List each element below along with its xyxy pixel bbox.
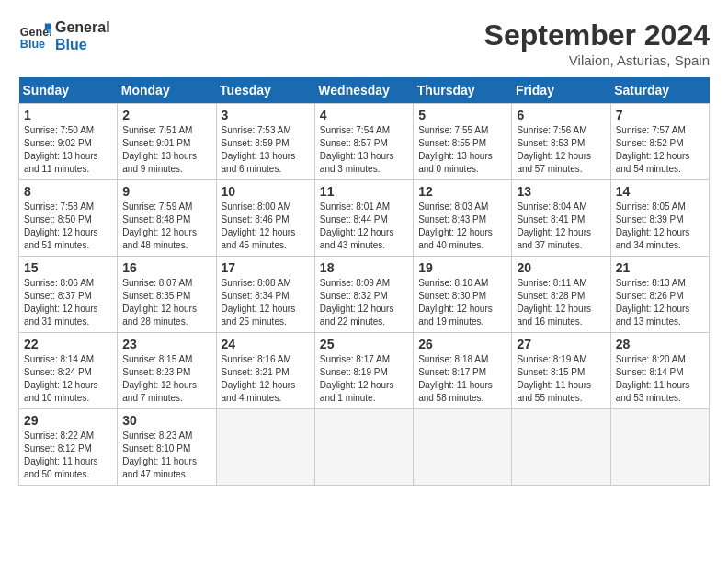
day-info: Sunrise: 8:22 AMSunset: 8:12 PMDaylight:… [24, 430, 112, 481]
col-sunday: Sunday [19, 77, 118, 104]
logo-icon: General Blue [18, 19, 51, 52]
calendar-cell: 4 Sunrise: 7:54 AMSunset: 8:57 PMDayligh… [314, 104, 413, 180]
calendar-table: Sunday Monday Tuesday Wednesday Thursday… [18, 77, 710, 486]
day-info: Sunrise: 8:20 AMSunset: 8:14 PMDaylight:… [616, 353, 704, 405]
logo-blue-text: Blue [55, 36, 110, 53]
calendar-week-3: 15 Sunrise: 8:06 AMSunset: 8:37 PMDaylig… [19, 257, 710, 333]
day-number: 1 [24, 108, 112, 122]
day-number: 30 [122, 413, 210, 428]
day-info: Sunrise: 8:00 AMSunset: 8:46 PMDaylight:… [222, 201, 310, 252]
logo: General Blue General Blue [18, 18, 110, 53]
day-info: Sunrise: 8:05 AMSunset: 8:39 PMDaylight:… [616, 201, 704, 252]
day-info: Sunrise: 7:57 AMSunset: 8:52 PMDaylight:… [616, 124, 704, 176]
day-info: Sunrise: 8:18 AMSunset: 8:17 PMDaylight:… [418, 353, 506, 405]
day-info: Sunrise: 8:15 AMSunset: 8:23 PMDaylight:… [122, 353, 210, 405]
calendar-cell [610, 409, 709, 486]
day-number: 18 [320, 260, 408, 275]
title-section: September 2024 Vilaion, Asturias, Spain [484, 18, 710, 68]
day-info: Sunrise: 7:50 AMSunset: 9:02 PMDaylight:… [24, 124, 112, 176]
day-number: 17 [222, 260, 310, 275]
day-number: 23 [122, 337, 210, 351]
day-number: 3 [222, 108, 310, 122]
day-number: 9 [122, 184, 210, 199]
calendar-cell [512, 409, 610, 486]
day-number: 4 [320, 108, 408, 122]
day-number: 10 [222, 184, 310, 199]
calendar-week-2: 8 Sunrise: 7:58 AMSunset: 8:50 PMDayligh… [19, 180, 710, 257]
calendar-cell: 6 Sunrise: 7:56 AMSunset: 8:53 PMDayligh… [512, 104, 610, 180]
calendar-cell: 19 Sunrise: 8:10 AMSunset: 8:30 PMDaylig… [414, 257, 512, 333]
day-number: 24 [222, 337, 310, 351]
calendar-cell: 29 Sunrise: 8:22 AMSunset: 8:12 PMDaylig… [19, 409, 118, 486]
day-number: 6 [517, 108, 605, 122]
day-info: Sunrise: 7:58 AMSunset: 8:50 PMDaylight:… [24, 201, 112, 252]
page-header: General Blue General Blue September 2024… [18, 18, 710, 68]
day-number: 15 [24, 260, 112, 275]
day-info: Sunrise: 8:06 AMSunset: 8:37 PMDaylight:… [24, 277, 112, 328]
day-number: 28 [616, 337, 704, 351]
calendar-cell: 27 Sunrise: 8:19 AMSunset: 8:15 PMDaylig… [512, 333, 610, 409]
day-number: 11 [320, 184, 408, 199]
calendar-cell [314, 409, 413, 486]
calendar-cell: 2 Sunrise: 7:51 AMSunset: 9:01 PMDayligh… [118, 104, 216, 180]
logo-general-text: General [55, 18, 110, 36]
calendar-week-5: 29 Sunrise: 8:22 AMSunset: 8:12 PMDaylig… [19, 409, 710, 486]
calendar-cell [414, 409, 512, 486]
day-info: Sunrise: 8:16 AMSunset: 8:21 PMDaylight:… [222, 353, 310, 405]
day-info: Sunrise: 8:10 AMSunset: 8:30 PMDaylight:… [418, 277, 506, 328]
day-number: 2 [122, 108, 210, 122]
calendar-cell: 28 Sunrise: 8:20 AMSunset: 8:14 PMDaylig… [610, 333, 709, 409]
day-info: Sunrise: 8:19 AMSunset: 8:15 PMDaylight:… [517, 353, 605, 405]
day-number: 22 [24, 337, 112, 351]
day-info: Sunrise: 8:04 AMSunset: 8:41 PMDaylight:… [517, 201, 605, 252]
day-info: Sunrise: 8:03 AMSunset: 8:43 PMDaylight:… [418, 201, 506, 252]
calendar-cell: 14 Sunrise: 8:05 AMSunset: 8:39 PMDaylig… [610, 180, 709, 257]
calendar-cell [216, 409, 314, 486]
day-number: 25 [320, 337, 408, 351]
calendar-cell: 21 Sunrise: 8:13 AMSunset: 8:26 PMDaylig… [610, 257, 709, 333]
calendar-cell: 3 Sunrise: 7:53 AMSunset: 8:59 PMDayligh… [216, 104, 314, 180]
calendar-cell: 12 Sunrise: 8:03 AMSunset: 8:43 PMDaylig… [414, 180, 512, 257]
calendar-cell: 17 Sunrise: 8:08 AMSunset: 8:34 PMDaylig… [216, 257, 314, 333]
calendar-cell: 8 Sunrise: 7:58 AMSunset: 8:50 PMDayligh… [19, 180, 118, 257]
location-subtitle: Vilaion, Asturias, Spain [484, 52, 710, 68]
day-number: 13 [517, 184, 605, 199]
day-info: Sunrise: 8:23 AMSunset: 8:10 PMDaylight:… [122, 430, 210, 481]
day-info: Sunrise: 7:56 AMSunset: 8:53 PMDaylight:… [517, 124, 605, 176]
calendar-cell: 22 Sunrise: 8:14 AMSunset: 8:24 PMDaylig… [19, 333, 118, 409]
calendar-cell: 10 Sunrise: 8:00 AMSunset: 8:46 PMDaylig… [216, 180, 314, 257]
day-number: 12 [418, 184, 506, 199]
col-wednesday: Wednesday [314, 77, 413, 104]
day-info: Sunrise: 8:08 AMSunset: 8:34 PMDaylight:… [222, 277, 310, 328]
day-info: Sunrise: 8:13 AMSunset: 8:26 PMDaylight:… [616, 277, 704, 328]
calendar-cell: 16 Sunrise: 8:07 AMSunset: 8:35 PMDaylig… [118, 257, 216, 333]
calendar-cell: 20 Sunrise: 8:11 AMSunset: 8:28 PMDaylig… [512, 257, 610, 333]
day-info: Sunrise: 8:07 AMSunset: 8:35 PMDaylight:… [122, 277, 210, 328]
calendar-cell: 23 Sunrise: 8:15 AMSunset: 8:23 PMDaylig… [118, 333, 216, 409]
calendar-cell: 1 Sunrise: 7:50 AMSunset: 9:02 PMDayligh… [19, 104, 118, 180]
col-friday: Friday [512, 77, 610, 104]
day-info: Sunrise: 7:55 AMSunset: 8:55 PMDaylight:… [418, 124, 506, 176]
day-info: Sunrise: 7:53 AMSunset: 8:59 PMDaylight:… [222, 124, 310, 176]
day-number: 26 [418, 337, 506, 351]
calendar-cell: 9 Sunrise: 7:59 AMSunset: 8:48 PMDayligh… [118, 180, 216, 257]
calendar-cell: 18 Sunrise: 8:09 AMSunset: 8:32 PMDaylig… [314, 257, 413, 333]
day-number: 5 [418, 108, 506, 122]
day-info: Sunrise: 7:59 AMSunset: 8:48 PMDaylight:… [122, 201, 210, 252]
col-tuesday: Tuesday [216, 77, 314, 104]
day-number: 20 [517, 260, 605, 275]
day-info: Sunrise: 8:01 AMSunset: 8:44 PMDaylight:… [320, 201, 408, 252]
day-number: 21 [616, 260, 704, 275]
day-number: 8 [24, 184, 112, 199]
calendar-cell: 24 Sunrise: 8:16 AMSunset: 8:21 PMDaylig… [216, 333, 314, 409]
day-info: Sunrise: 8:09 AMSunset: 8:32 PMDaylight:… [320, 277, 408, 328]
calendar-cell: 15 Sunrise: 8:06 AMSunset: 8:37 PMDaylig… [19, 257, 118, 333]
col-saturday: Saturday [610, 77, 709, 104]
calendar-week-1: 1 Sunrise: 7:50 AMSunset: 9:02 PMDayligh… [19, 104, 710, 180]
calendar-cell: 7 Sunrise: 7:57 AMSunset: 8:52 PMDayligh… [610, 104, 709, 180]
calendar-week-4: 22 Sunrise: 8:14 AMSunset: 8:24 PMDaylig… [19, 333, 710, 409]
col-monday: Monday [118, 77, 216, 104]
day-info: Sunrise: 7:54 AMSunset: 8:57 PMDaylight:… [320, 124, 408, 176]
day-number: 19 [418, 260, 506, 275]
calendar-cell: 26 Sunrise: 8:18 AMSunset: 8:17 PMDaylig… [414, 333, 512, 409]
